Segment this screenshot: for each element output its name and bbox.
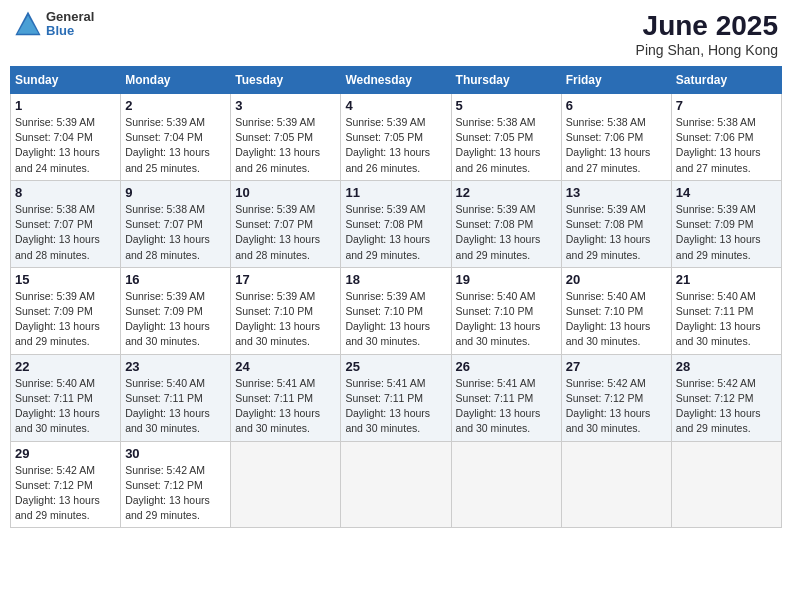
calendar-subtitle: Ping Shan, Hong Kong [636, 42, 778, 58]
day-info: Sunrise: 5:39 AM Sunset: 7:04 PM Dayligh… [15, 115, 116, 176]
calendar-cell: 12Sunrise: 5:39 AM Sunset: 7:08 PM Dayli… [451, 180, 561, 267]
day-info: Sunrise: 5:39 AM Sunset: 7:08 PM Dayligh… [566, 202, 667, 263]
day-info: Sunrise: 5:40 AM Sunset: 7:10 PM Dayligh… [566, 289, 667, 350]
day-info: Sunrise: 5:41 AM Sunset: 7:11 PM Dayligh… [345, 376, 446, 437]
day-number: 15 [15, 272, 116, 287]
calendar-cell: 30Sunrise: 5:42 AM Sunset: 7:12 PM Dayli… [121, 441, 231, 528]
day-number: 13 [566, 185, 667, 200]
day-number: 30 [125, 446, 226, 461]
day-number: 18 [345, 272, 446, 287]
day-info: Sunrise: 5:39 AM Sunset: 7:09 PM Dayligh… [676, 202, 777, 263]
weekday-header-wednesday: Wednesday [341, 67, 451, 94]
day-info: Sunrise: 5:41 AM Sunset: 7:11 PM Dayligh… [456, 376, 557, 437]
day-info: Sunrise: 5:39 AM Sunset: 7:05 PM Dayligh… [235, 115, 336, 176]
day-info: Sunrise: 5:38 AM Sunset: 7:06 PM Dayligh… [566, 115, 667, 176]
day-number: 4 [345, 98, 446, 113]
day-info: Sunrise: 5:40 AM Sunset: 7:11 PM Dayligh… [676, 289, 777, 350]
logo: General Blue [14, 10, 94, 39]
calendar-table: SundayMondayTuesdayWednesdayThursdayFrid… [10, 66, 782, 528]
calendar-cell [671, 441, 781, 528]
day-number: 25 [345, 359, 446, 374]
day-info: Sunrise: 5:38 AM Sunset: 7:05 PM Dayligh… [456, 115, 557, 176]
calendar-cell: 7Sunrise: 5:38 AM Sunset: 7:06 PM Daylig… [671, 94, 781, 181]
day-number: 5 [456, 98, 557, 113]
logo-icon [14, 10, 42, 38]
day-info: Sunrise: 5:39 AM Sunset: 7:04 PM Dayligh… [125, 115, 226, 176]
calendar-cell: 14Sunrise: 5:39 AM Sunset: 7:09 PM Dayli… [671, 180, 781, 267]
day-number: 6 [566, 98, 667, 113]
day-number: 14 [676, 185, 777, 200]
calendar-cell: 9Sunrise: 5:38 AM Sunset: 7:07 PM Daylig… [121, 180, 231, 267]
weekday-header-sunday: Sunday [11, 67, 121, 94]
weekday-header-friday: Friday [561, 67, 671, 94]
weekday-header-tuesday: Tuesday [231, 67, 341, 94]
day-info: Sunrise: 5:38 AM Sunset: 7:07 PM Dayligh… [125, 202, 226, 263]
day-number: 26 [456, 359, 557, 374]
day-info: Sunrise: 5:42 AM Sunset: 7:12 PM Dayligh… [125, 463, 226, 524]
day-info: Sunrise: 5:39 AM Sunset: 7:05 PM Dayligh… [345, 115, 446, 176]
calendar-week-row: 8Sunrise: 5:38 AM Sunset: 7:07 PM Daylig… [11, 180, 782, 267]
calendar-cell: 28Sunrise: 5:42 AM Sunset: 7:12 PM Dayli… [671, 354, 781, 441]
day-info: Sunrise: 5:39 AM Sunset: 7:08 PM Dayligh… [345, 202, 446, 263]
calendar-cell [451, 441, 561, 528]
calendar-cell: 17Sunrise: 5:39 AM Sunset: 7:10 PM Dayli… [231, 267, 341, 354]
day-info: Sunrise: 5:40 AM Sunset: 7:11 PM Dayligh… [15, 376, 116, 437]
calendar-cell: 6Sunrise: 5:38 AM Sunset: 7:06 PM Daylig… [561, 94, 671, 181]
day-info: Sunrise: 5:39 AM Sunset: 7:09 PM Dayligh… [125, 289, 226, 350]
calendar-cell: 2Sunrise: 5:39 AM Sunset: 7:04 PM Daylig… [121, 94, 231, 181]
calendar-cell: 20Sunrise: 5:40 AM Sunset: 7:10 PM Dayli… [561, 267, 671, 354]
calendar-cell: 4Sunrise: 5:39 AM Sunset: 7:05 PM Daylig… [341, 94, 451, 181]
day-info: Sunrise: 5:39 AM Sunset: 7:10 PM Dayligh… [345, 289, 446, 350]
day-number: 29 [15, 446, 116, 461]
day-info: Sunrise: 5:40 AM Sunset: 7:10 PM Dayligh… [456, 289, 557, 350]
calendar-cell: 27Sunrise: 5:42 AM Sunset: 7:12 PM Dayli… [561, 354, 671, 441]
day-info: Sunrise: 5:39 AM Sunset: 7:10 PM Dayligh… [235, 289, 336, 350]
day-info: Sunrise: 5:40 AM Sunset: 7:11 PM Dayligh… [125, 376, 226, 437]
calendar-cell: 19Sunrise: 5:40 AM Sunset: 7:10 PM Dayli… [451, 267, 561, 354]
calendar-cell: 1Sunrise: 5:39 AM Sunset: 7:04 PM Daylig… [11, 94, 121, 181]
calendar-header-row: SundayMondayTuesdayWednesdayThursdayFrid… [11, 67, 782, 94]
logo-line2: Blue [46, 24, 94, 38]
calendar-cell: 26Sunrise: 5:41 AM Sunset: 7:11 PM Dayli… [451, 354, 561, 441]
day-number: 28 [676, 359, 777, 374]
svg-marker-1 [18, 16, 39, 34]
day-number: 23 [125, 359, 226, 374]
header: General Blue June 2025 Ping Shan, Hong K… [10, 10, 782, 58]
day-number: 2 [125, 98, 226, 113]
day-number: 12 [456, 185, 557, 200]
day-number: 21 [676, 272, 777, 287]
day-number: 11 [345, 185, 446, 200]
day-info: Sunrise: 5:41 AM Sunset: 7:11 PM Dayligh… [235, 376, 336, 437]
calendar-title: June 2025 [636, 10, 778, 42]
day-number: 19 [456, 272, 557, 287]
day-number: 8 [15, 185, 116, 200]
day-info: Sunrise: 5:42 AM Sunset: 7:12 PM Dayligh… [566, 376, 667, 437]
calendar-cell: 21Sunrise: 5:40 AM Sunset: 7:11 PM Dayli… [671, 267, 781, 354]
calendar-cell: 8Sunrise: 5:38 AM Sunset: 7:07 PM Daylig… [11, 180, 121, 267]
title-area: June 2025 Ping Shan, Hong Kong [636, 10, 778, 58]
weekday-header-thursday: Thursday [451, 67, 561, 94]
day-number: 3 [235, 98, 336, 113]
day-number: 1 [15, 98, 116, 113]
calendar-week-row: 29Sunrise: 5:42 AM Sunset: 7:12 PM Dayli… [11, 441, 782, 528]
calendar-week-row: 22Sunrise: 5:40 AM Sunset: 7:11 PM Dayli… [11, 354, 782, 441]
day-number: 7 [676, 98, 777, 113]
weekday-header-saturday: Saturday [671, 67, 781, 94]
day-number: 16 [125, 272, 226, 287]
calendar-cell: 13Sunrise: 5:39 AM Sunset: 7:08 PM Dayli… [561, 180, 671, 267]
logo-text: General Blue [46, 10, 94, 39]
calendar-week-row: 1Sunrise: 5:39 AM Sunset: 7:04 PM Daylig… [11, 94, 782, 181]
day-number: 9 [125, 185, 226, 200]
calendar-cell: 5Sunrise: 5:38 AM Sunset: 7:05 PM Daylig… [451, 94, 561, 181]
calendar-cell [341, 441, 451, 528]
calendar-cell: 25Sunrise: 5:41 AM Sunset: 7:11 PM Dayli… [341, 354, 451, 441]
calendar-cell: 15Sunrise: 5:39 AM Sunset: 7:09 PM Dayli… [11, 267, 121, 354]
day-info: Sunrise: 5:39 AM Sunset: 7:09 PM Dayligh… [15, 289, 116, 350]
logo-line1: General [46, 10, 94, 24]
day-number: 10 [235, 185, 336, 200]
calendar-cell: 18Sunrise: 5:39 AM Sunset: 7:10 PM Dayli… [341, 267, 451, 354]
day-number: 27 [566, 359, 667, 374]
day-info: Sunrise: 5:38 AM Sunset: 7:07 PM Dayligh… [15, 202, 116, 263]
calendar-cell: 3Sunrise: 5:39 AM Sunset: 7:05 PM Daylig… [231, 94, 341, 181]
calendar-cell: 11Sunrise: 5:39 AM Sunset: 7:08 PM Dayli… [341, 180, 451, 267]
